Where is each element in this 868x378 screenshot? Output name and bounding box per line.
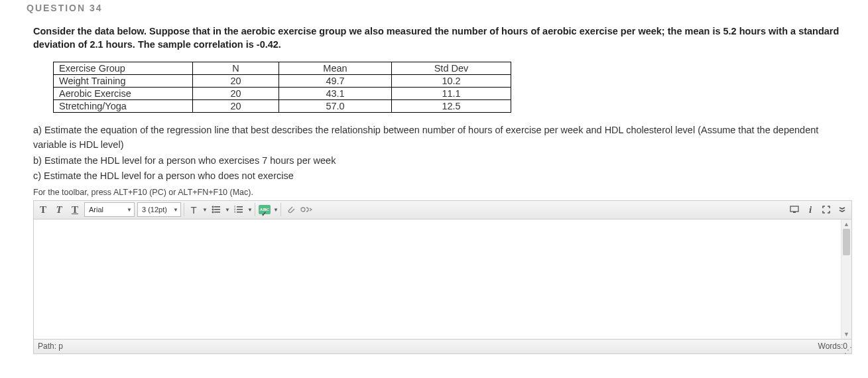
svg-rect-3 — [214, 209, 220, 210]
help-button[interactable]: i — [802, 202, 818, 217]
text-color-button[interactable]: T — [186, 202, 202, 217]
svg-rect-13 — [790, 206, 798, 212]
svg-rect-5 — [214, 212, 220, 213]
svg-point-4 — [212, 212, 214, 214]
svg-rect-9 — [237, 209, 243, 210]
separator — [184, 203, 184, 216]
resize-handle-icon[interactable]: ⋰ — [844, 347, 851, 353]
svg-rect-11 — [237, 212, 243, 213]
preview-button[interactable] — [786, 202, 802, 217]
toolbar-hint: For the toolbar, press ALT+F10 (PC) or A… — [33, 186, 841, 199]
font-family-select[interactable]: Arial — [84, 202, 135, 217]
bullet-list-dropdown[interactable]: ▼ — [224, 202, 231, 217]
svg-point-2 — [212, 209, 214, 211]
col-header: Mean — [279, 62, 392, 75]
font-size-select[interactable]: 3 (12pt) — [137, 202, 181, 217]
svg-rect-1 — [214, 206, 220, 208]
numbered-list-button[interactable]: 123 — [231, 202, 247, 217]
table-row: Stretching/Yoga 20 57.0 12.5 — [54, 100, 511, 113]
underline-button[interactable]: T — [67, 202, 83, 217]
table-row: Weight Training 20 49.7 10.2 — [54, 75, 511, 88]
table-row: Aerobic Exercise 20 43.1 11.1 — [54, 88, 511, 100]
text-color-dropdown[interactable]: ▼ — [202, 202, 208, 217]
separator — [255, 203, 255, 216]
question-part-b: b) Estimate the HDL level for a person w… — [33, 154, 841, 168]
svg-point-0 — [212, 206, 214, 208]
separator — [280, 203, 281, 216]
svg-text:3: 3 — [234, 210, 235, 214]
scrollbar[interactable]: ▲ ▼ — [841, 220, 851, 339]
bold-button[interactable]: T — [35, 202, 51, 217]
scroll-up-icon[interactable]: ▲ — [841, 220, 851, 229]
show-more-button[interactable] — [834, 202, 850, 217]
numbered-list-dropdown[interactable]: ▼ — [247, 202, 253, 217]
svg-rect-14 — [793, 212, 796, 213]
editor-textarea[interactable]: ▲ ▼ — [34, 220, 851, 339]
col-header: Std Dev — [392, 62, 511, 75]
bullet-list-button[interactable] — [208, 202, 224, 217]
table-header-row: Exercise Group N Mean Std Dev — [54, 62, 511, 75]
svg-rect-7 — [237, 206, 243, 208]
question-number: QUESTION 34 — [27, 3, 868, 13]
path-indicator: Path: p — [38, 342, 63, 351]
question-prompt: Consider the data below. Suppose that in… — [33, 25, 868, 51]
fullscreen-button[interactable] — [818, 202, 834, 217]
svg-point-12 — [301, 208, 305, 212]
question-part-c: c) Estimate the HDL level for a person w… — [33, 169, 841, 184]
scrollbar-thumb[interactable] — [843, 229, 850, 255]
abc-icon: ABC — [259, 205, 271, 214]
editor-statusbar: Path: p Words:0 ⋰ — [34, 339, 851, 353]
rich-text-editor: T T T Arial 3 (12pt) T ▼ ▼ 123 ▼ — [33, 200, 852, 354]
col-header: N — [193, 62, 279, 75]
editor-toolbar: T T T Arial 3 (12pt) T ▼ ▼ 123 ▼ — [34, 201, 851, 220]
question-part-a: a) Estimate the equation of the regressi… — [33, 123, 841, 153]
spellcheck-dropdown[interactable]: ▼ — [273, 202, 279, 217]
spellcheck-button[interactable]: ABC — [257, 202, 273, 217]
mashup-button[interactable] — [298, 202, 314, 217]
word-count: Words:0 — [818, 342, 847, 351]
scroll-down-icon[interactable]: ▼ — [841, 330, 851, 339]
italic-button[interactable]: T — [51, 202, 67, 217]
data-table: Exercise Group N Mean Std Dev Weight Tra… — [53, 62, 511, 113]
attachment-button[interactable] — [282, 202, 298, 217]
col-header: Exercise Group — [54, 62, 193, 75]
